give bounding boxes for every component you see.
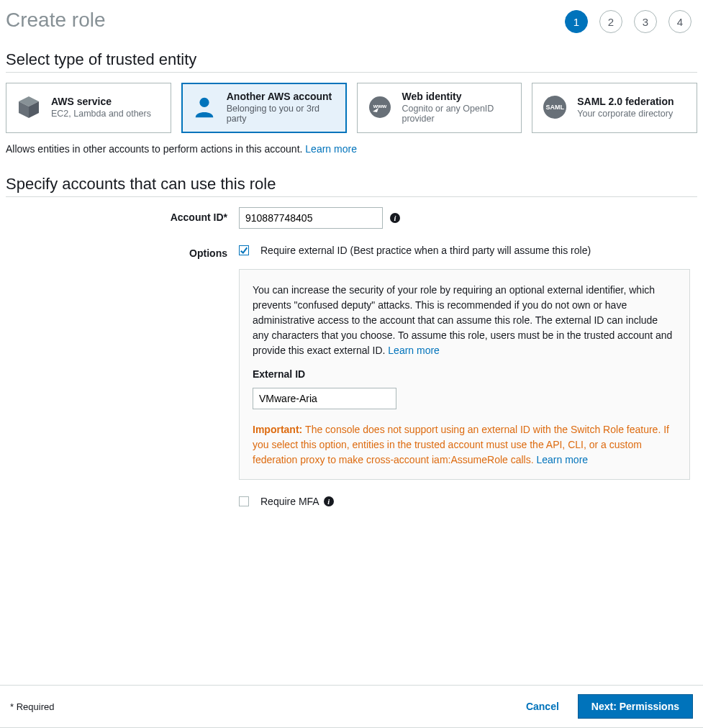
next-permissions-button[interactable]: Next: Permissions: [578, 694, 693, 719]
entity-description-text: Allows entities in other accounts to per…: [6, 143, 305, 155]
external-id-input[interactable]: [253, 388, 396, 409]
wizard-stepper: 1 2 3 4: [565, 10, 691, 33]
step-2[interactable]: 2: [599, 10, 622, 33]
external-id-panel: You can increase the security of your ro…: [239, 269, 690, 480]
learn-more-link[interactable]: Learn more: [305, 143, 357, 155]
divider: [6, 72, 697, 73]
entity-card-web-identity[interactable]: www Web identity Cognito or any OpenID p…: [357, 83, 522, 133]
section-trusted-entity-title: Select type of trusted entity: [6, 50, 697, 69]
cancel-button[interactable]: Cancel: [522, 700, 563, 713]
info-icon[interactable]: i: [324, 496, 334, 506]
entity-title: SAML 2.0 federation: [577, 96, 673, 107]
important-prefix: Important:: [253, 424, 305, 435]
saml-icon: SAML: [541, 94, 568, 121]
entity-subtitle: Your corporate directory: [577, 109, 673, 119]
learn-more-link[interactable]: Learn more: [537, 454, 589, 465]
divider: [6, 196, 697, 197]
globe-icon: www: [366, 94, 394, 121]
entity-subtitle: Cognito or any OpenID provider: [402, 104, 513, 124]
box-icon: [15, 94, 42, 121]
step-1[interactable]: 1: [565, 10, 588, 33]
step-4[interactable]: 4: [668, 10, 691, 33]
required-note: * Required: [10, 701, 54, 712]
section-specify-accounts-title: Specify accounts that can use this role: [6, 175, 697, 194]
require-mfa-text: Require MFA: [260, 496, 319, 507]
options-label: Options: [6, 243, 239, 259]
entity-subtitle: Belonging to you or 3rd party: [227, 104, 337, 124]
svg-point-3: [199, 98, 209, 107]
require-external-id-checkbox[interactable]: [239, 245, 249, 255]
learn-more-link[interactable]: Learn more: [388, 345, 440, 356]
require-external-id-text: Require external ID (Best practice when …: [260, 245, 591, 256]
page-title: Create role: [6, 9, 106, 32]
info-icon[interactable]: i: [390, 213, 400, 223]
important-body: The console does not support using an ex…: [253, 424, 669, 465]
external-id-help-text: You can increase the security of your ro…: [253, 284, 672, 356]
entity-card-saml[interactable]: SAML SAML 2.0 federation Your corporate …: [532, 83, 697, 133]
footer: * Required Cancel Next: Permissions: [0, 685, 703, 728]
user-icon: [191, 94, 218, 121]
entity-title: Web identity: [402, 91, 513, 102]
entity-description: Allows entities in other accounts to per…: [6, 143, 697, 155]
entity-title: AWS service: [51, 96, 151, 107]
account-id-input[interactable]: [239, 207, 383, 229]
trusted-entity-cards: AWS service EC2, Lambda and others Anoth…: [6, 83, 697, 133]
entity-card-another-account[interactable]: Another AWS account Belonging to you or …: [181, 83, 347, 133]
entity-title: Another AWS account: [227, 91, 337, 102]
step-3[interactable]: 3: [634, 10, 657, 33]
entity-subtitle: EC2, Lambda and others: [51, 109, 151, 119]
important-note: Important: The console does not support …: [253, 422, 676, 468]
external-id-label: External ID: [253, 367, 676, 382]
account-id-label: Account ID*: [6, 207, 239, 223]
entity-card-aws-service[interactable]: AWS service EC2, Lambda and others: [6, 83, 171, 133]
require-mfa-checkbox[interactable]: [239, 496, 249, 506]
svg-text:www: www: [372, 103, 386, 109]
